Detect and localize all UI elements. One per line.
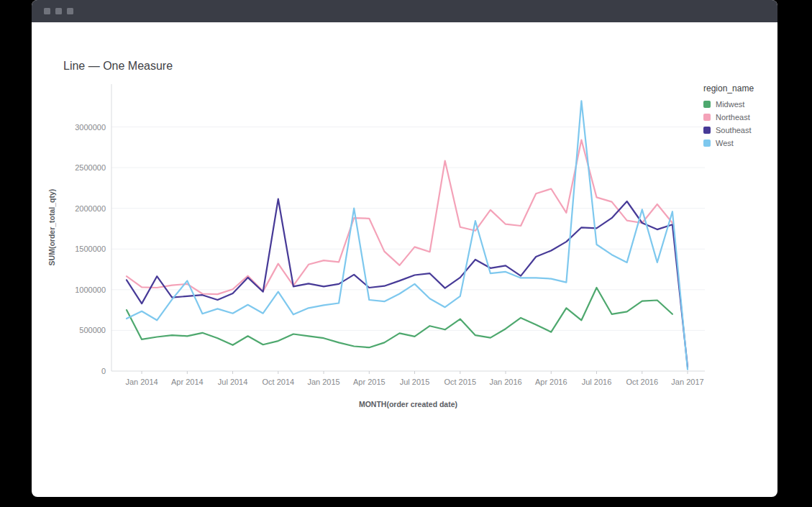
x-tick-label: Apr 2016	[535, 378, 567, 386]
y-tick-label: 0	[101, 367, 106, 375]
legend-label: Southeast	[716, 126, 752, 134]
y-tick-label: 1500000	[75, 245, 106, 253]
series-line-west[interactable]	[127, 101, 688, 369]
x-tick-label: Jul 2016	[582, 378, 612, 386]
legend-label: West	[716, 139, 734, 147]
x-tick-label: Jul 2015	[400, 378, 430, 386]
legend-swatch-icon	[703, 114, 711, 121]
y-tick-label: 2000000	[75, 204, 106, 213]
x-tick-label: Oct 2014	[262, 378, 294, 386]
x-tick-label: Jan 2015	[307, 378, 339, 386]
y-tick-label: 500000	[79, 326, 106, 334]
y-tick-label: 3000000	[75, 123, 106, 132]
app-window: Line — One Measure SUM(order_total_qty) …	[32, 0, 777, 497]
legend-item-west[interactable]: West	[703, 139, 775, 147]
x-tick-label: Jan 2017	[671, 378, 703, 386]
legend-item-southeast[interactable]: Southeast	[703, 126, 775, 134]
legend-label: Northeast	[716, 113, 750, 122]
y-tick-label: 1000000	[75, 286, 106, 294]
series-line-southeast[interactable]	[127, 199, 688, 367]
chart-legend: region_name MidwestNortheastSoutheastWes…	[703, 83, 775, 152]
series-line-northeast[interactable]	[127, 140, 672, 295]
legend-item-northeast[interactable]: Northeast	[703, 113, 775, 122]
line-chart-plot[interactable]: 0500000100000015000002000000250000030000…	[32, 0, 777, 497]
legend-swatch-icon	[703, 127, 711, 134]
x-tick-label: Jul 2014	[218, 378, 248, 386]
legend-label: Midwest	[716, 100, 744, 109]
legend-item-midwest[interactable]: Midwest	[703, 100, 775, 109]
x-tick-label: Oct 2016	[626, 378, 658, 386]
legend-title: region_name	[703, 83, 775, 93]
x-tick-label: Apr 2014	[171, 378, 204, 386]
legend-swatch-icon	[703, 101, 711, 108]
legend-swatch-icon	[703, 140, 711, 147]
y-tick-label: 2500000	[75, 163, 106, 172]
x-tick-label: Oct 2015	[444, 378, 476, 386]
x-tick-label: Jan 2014	[125, 378, 158, 386]
x-tick-label: Apr 2015	[353, 378, 386, 386]
x-tick-label: Jan 2016	[489, 378, 521, 386]
